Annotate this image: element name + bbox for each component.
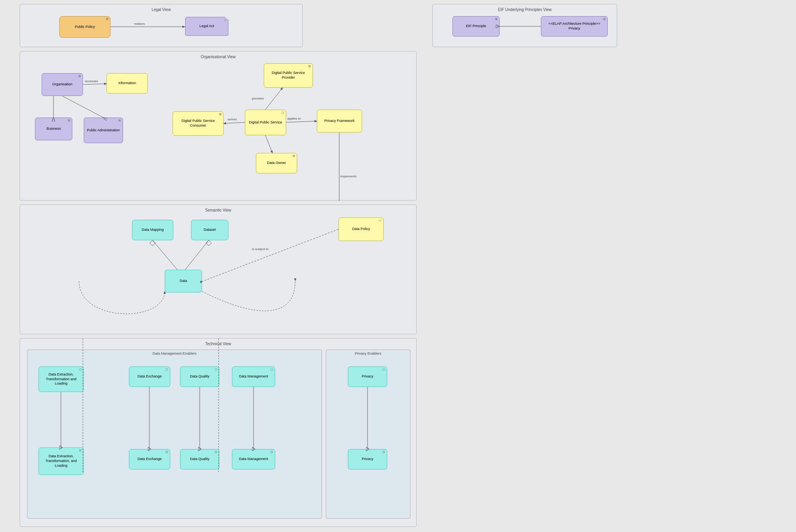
legal-act-label: Legal Act <box>199 24 214 29</box>
dps-consumer-node[interactable]: Digital Public Service Consumer ⊞ <box>173 111 224 136</box>
privacy-enablers-panel: Privacy Enablers Privacy ◻ Privacy ⊡ <box>326 350 410 519</box>
svg-line-12 <box>265 135 272 153</box>
legal-view-panel: Legal View Public Policy ⚙ Legal Act ◇ r… <box>20 4 303 47</box>
data-mapping-node[interactable]: Data Mapping <box>132 220 173 240</box>
eif-view-panel: EIF Underlying Principles View EIF Princ… <box>432 4 617 47</box>
svg-line-8 <box>224 122 245 123</box>
data-node[interactable]: Data <box>165 270 202 293</box>
data-mgmt-enablers-title: Data Management Enablers <box>28 352 322 355</box>
technical-view-title: Technical View <box>20 340 416 348</box>
dexch-bot-node[interactable]: Data Exchange ⊡ <box>129 449 170 469</box>
svg-marker-18 <box>206 240 211 246</box>
svg-text:provides: provides <box>252 97 264 100</box>
privacy-bot-label: Privacy <box>362 457 373 462</box>
data-mgmt-enablers-panel: Data Management Enablers Data Extraction… <box>27 350 322 519</box>
business-icon: ⊞ <box>68 119 70 123</box>
document-icon: ◇ <box>224 18 226 22</box>
elap-privacy-label: <<ELAP:Architecture Principle>> Privacy <box>543 22 606 31</box>
dmgmt-bot-node[interactable]: Data Management ⊡ <box>232 449 275 469</box>
dataset-label: Dataset <box>204 228 216 232</box>
data-policy-node[interactable]: Data Policy ▭ <box>338 217 384 241</box>
svg-line-5 <box>62 96 103 118</box>
dqual-bot-icon: ⊡ <box>215 450 217 454</box>
dataset-node[interactable]: Dataset <box>191 220 228 240</box>
dexch-top-icon: ◻ <box>165 368 168 372</box>
digital-ps-node[interactable]: Digital Public Service ◻ <box>245 110 286 135</box>
org-view-panel: Organisational View Organisation ⊞ Infor… <box>20 51 417 201</box>
dexch-top-node[interactable]: Data Exchange ◻ <box>129 366 170 387</box>
dps-provider-icon: ⊞ <box>308 64 311 68</box>
svg-line-10 <box>286 121 317 122</box>
dexch-bot-icon: ⊡ <box>165 450 168 454</box>
interface2-icon: ⊞ <box>603 17 606 21</box>
svg-text:accesses: accesses <box>85 79 98 83</box>
svg-line-2 <box>83 84 107 85</box>
data-policy-label: Data Policy <box>352 227 370 232</box>
detl-top-label: Data Extraction, Transformation and Load… <box>40 372 82 386</box>
data-mapping-label: Data Mapping <box>142 228 164 232</box>
svg-text:implements: implements <box>340 175 357 178</box>
semantic-view-panel: Semantic View Data Mapping Dataset Data … <box>20 204 417 334</box>
dqual-top-label: Data Quality <box>190 374 210 379</box>
digital-ps-icon: ◻ <box>281 111 284 115</box>
pub-admin-icon: ⊞ <box>118 119 121 123</box>
legal-view-title: Legal View <box>20 6 302 13</box>
privacy-fw-node[interactable]: Privacy Framework <box>317 110 362 133</box>
dmgmt-top-node[interactable]: Data Management ◻ <box>232 366 275 387</box>
detl-bot-icon: ⊡ <box>79 449 82 453</box>
dmgmt-bot-label: Data Management <box>239 457 268 462</box>
privacy-top-label: Privacy <box>362 374 373 379</box>
dmgmt-top-icon: ◻ <box>270 368 273 372</box>
data-owner-node[interactable]: Data Owner ⊞ <box>256 153 297 173</box>
dps-consumer-icon: ⊞ <box>219 112 222 116</box>
digital-ps-label: Digital Public Service <box>249 120 282 125</box>
organisation-label: Organisation <box>52 82 72 87</box>
pub-admin-label: Public Administration <box>87 128 120 133</box>
privacy-fw-label: Privacy Framework <box>324 119 355 123</box>
eif-principle-node[interactable]: EIF Principle ⊞ <box>452 16 500 37</box>
information-label: Information <box>118 81 136 86</box>
svg-line-15 <box>153 240 177 270</box>
public-policy-node[interactable]: Public Policy ⚙ <box>59 16 110 38</box>
svg-marker-16 <box>150 240 155 246</box>
dps-provider-node[interactable]: Digital Public Service Provider ⊞ <box>264 63 313 88</box>
eif-view-title: EIF Underlying Principles View <box>433 6 617 13</box>
svg-line-6 <box>265 88 283 110</box>
detl-bot-node[interactable]: Data Extraction, Transformation, and Loa… <box>39 447 84 475</box>
svg-text:applies to: applies to <box>287 117 301 120</box>
pub-admin-node[interactable]: Public Administration ⊞ <box>84 118 123 143</box>
privacy-bot-icon: ⊡ <box>382 450 385 454</box>
org-view-title: Organisational View <box>20 53 416 61</box>
detl-top-icon: ◻ <box>79 368 82 372</box>
dps-provider-label: Digital Public Service Provider <box>266 71 311 80</box>
data-label: Data <box>180 279 187 283</box>
dqual-bot-node[interactable]: Data Quality ⊡ <box>180 449 219 469</box>
privacy-bot-node[interactable]: Privacy ⊡ <box>348 449 387 469</box>
svg-line-17 <box>185 240 209 270</box>
dqual-bot-label: Data Quality <box>190 457 210 462</box>
dqual-top-node[interactable]: Data Quality ◻ <box>180 366 219 387</box>
eif-principle-label: EIF Principle <box>466 24 486 29</box>
information-node[interactable]: Information <box>107 73 148 94</box>
main-canvas: Legal View Public Policy ⚙ Legal Act ◇ r… <box>0 0 796 532</box>
technical-view-panel: Technical View Data Management Enablers … <box>20 338 417 527</box>
dexch-bot-label: Data Exchange <box>138 457 162 462</box>
data-owner-icon: ⊞ <box>292 154 295 158</box>
dqual-top-icon: ◻ <box>215 368 217 372</box>
privacy-enablers-title: Privacy Enablers <box>326 352 410 355</box>
dexch-top-label: Data Exchange <box>138 374 162 379</box>
business-node[interactable]: Business ⊞ <box>35 118 72 140</box>
detl-top-node[interactable]: Data Extraction, Transformation and Load… <box>39 366 84 392</box>
elap-privacy-node[interactable]: <<ELAP:Architecture Principle>> Privacy … <box>541 16 608 37</box>
interface-icon: ⊞ <box>495 17 498 21</box>
data-owner-label: Data Owner <box>267 161 286 166</box>
public-policy-label: Public Policy <box>75 25 95 29</box>
organisation-node[interactable]: Organisation ⊞ <box>42 73 83 96</box>
svg-text:serves: serves <box>228 118 237 121</box>
data-policy-icon: ▭ <box>379 219 382 223</box>
svg-text:is subject to: is subject to <box>252 247 269 251</box>
privacy-top-node[interactable]: Privacy ◻ <box>348 366 387 387</box>
gear-icon: ⚙ <box>106 17 108 21</box>
legal-act-node[interactable]: Legal Act ◇ <box>185 17 228 36</box>
dps-consumer-label: Digital Public Service Consumer <box>175 119 222 128</box>
